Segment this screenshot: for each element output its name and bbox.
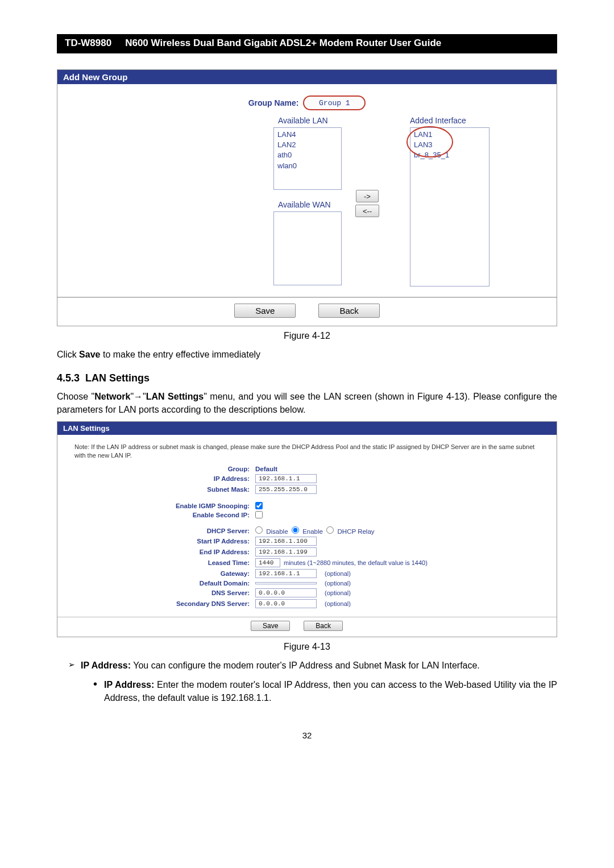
start-ip-label: Start IP Address: xyxy=(68,538,255,545)
added-interface-label: Added Interface xyxy=(410,116,501,125)
list-item[interactable]: br_8_35_1 xyxy=(414,150,486,160)
back-button[interactable]: Back xyxy=(304,621,343,631)
back-button[interactable]: Back xyxy=(318,304,379,318)
added-interface-list[interactable]: LAN1 LAN3 br_8_35_1 xyxy=(410,127,489,286)
second-ip-label: Enable Second IP: xyxy=(68,512,255,518)
optional-label: (optional) xyxy=(325,570,351,577)
available-lan-list[interactable]: LAN4 LAN2 ath0 wlan0 xyxy=(273,127,342,190)
optional-label: (optional) xyxy=(325,589,351,596)
group-value: Default xyxy=(255,466,277,472)
list-item[interactable]: LAN3 xyxy=(414,140,486,150)
start-ip-input[interactable]: 192.168.1.100 xyxy=(255,537,317,546)
list-item[interactable]: ath0 xyxy=(277,150,338,160)
ip-address-label: IP Address: xyxy=(68,475,255,482)
save-button[interactable]: Save xyxy=(234,304,296,318)
dhcp-disable-radio[interactable]: Disable xyxy=(255,526,288,535)
bullet-item: ➢ IP Address: You can configure the mode… xyxy=(68,659,557,672)
group-name-label: Group Name: xyxy=(248,98,299,107)
add-new-group-panel: Add New Group Group Name: Group 1 Availa… xyxy=(57,69,557,326)
dhcp-relay-radio[interactable]: DHCP Relay xyxy=(326,526,374,535)
gateway-input[interactable]: 192.168.1.1 xyxy=(255,569,317,578)
available-wan-label: Available WAN xyxy=(278,200,410,209)
list-item[interactable]: LAN2 xyxy=(277,140,338,150)
sub-bullet-item: • IP Address: Enter the modem router's l… xyxy=(93,678,557,704)
save-button[interactable]: Save xyxy=(251,621,290,631)
move-left-button[interactable]: <-- xyxy=(355,205,379,217)
model-badge: TD-W8980 xyxy=(57,34,119,52)
figure-412-caption: Figure 4-12 xyxy=(57,331,557,341)
group-label: Group: xyxy=(68,466,255,472)
available-wan-list[interactable] xyxy=(273,211,342,285)
dhcp-server-label: DHCP Server: xyxy=(68,528,255,534)
panel-title: LAN Settings xyxy=(57,422,557,435)
note-text: Note: If the LAN IP address or subnet ma… xyxy=(74,443,540,460)
igmp-snooping-checkbox[interactable] xyxy=(255,502,263,509)
paragraph: Choose "Network"→"LAN Settings" menu, an… xyxy=(57,390,557,416)
page-header: TD-W8980 N600 Wireless Dual Band Gigabit… xyxy=(57,34,557,53)
default-domain-label: Default Domain: xyxy=(68,580,255,587)
dns-server-input[interactable]: 0.0.0.0 xyxy=(255,588,317,597)
section-heading: 4.5.3 LAN Settings xyxy=(57,372,557,384)
list-item[interactable]: LAN4 xyxy=(277,130,338,140)
list-item[interactable]: wlan0 xyxy=(277,161,338,171)
ip-address-input[interactable]: 192.168.1.1 xyxy=(255,474,317,483)
subnet-mask-input[interactable]: 255.255.255.0 xyxy=(255,485,317,494)
dhcp-enable-radio[interactable]: Enable xyxy=(292,526,323,535)
lan-settings-panel: LAN Settings Note: If the LAN IP address… xyxy=(57,421,557,638)
leased-time-input[interactable]: 1440 xyxy=(255,558,280,567)
dot-bullet-icon: • xyxy=(93,678,97,704)
doc-title: N600 Wireless Dual Band Gigabit ADSL2+ M… xyxy=(119,34,557,52)
optional-label: (optional) xyxy=(325,600,351,607)
group-name-input[interactable]: Group 1 xyxy=(303,95,366,110)
triangle-bullet-icon: ➢ xyxy=(68,659,75,672)
end-ip-label: End IP Address: xyxy=(68,549,255,555)
figure-413-caption: Figure 4-13 xyxy=(57,642,557,652)
subnet-mask-label: Subnet Mask: xyxy=(68,486,255,493)
default-domain-input[interactable] xyxy=(255,582,317,584)
optional-label: (optional) xyxy=(325,580,351,587)
dns-server-label: DNS Server: xyxy=(68,589,255,596)
secondary-dns-input[interactable]: 0.0.0.0 xyxy=(255,599,317,608)
leased-time-note: minutes (1~2880 minutes, the default val… xyxy=(284,559,428,566)
leased-time-label: Leased Time: xyxy=(68,559,255,566)
page-number: 32 xyxy=(57,730,557,740)
bullet-list: ➢ IP Address: You can configure the mode… xyxy=(68,659,557,704)
end-ip-input[interactable]: 192.168.1.199 xyxy=(255,547,317,556)
second-ip-checkbox[interactable] xyxy=(255,511,263,518)
secondary-dns-label: Secondary DNS Server: xyxy=(68,600,255,607)
paragraph: Click Save to make the entry effective i… xyxy=(57,348,557,361)
move-right-button[interactable]: -> xyxy=(356,190,379,202)
list-item[interactable]: LAN1 xyxy=(414,130,486,140)
igmp-snooping-label: Enable IGMP Snooping: xyxy=(68,502,255,509)
panel-title: Add New Group xyxy=(57,70,557,84)
available-lan-label: Available LAN xyxy=(278,116,410,125)
gateway-label: Gateway: xyxy=(68,570,255,577)
